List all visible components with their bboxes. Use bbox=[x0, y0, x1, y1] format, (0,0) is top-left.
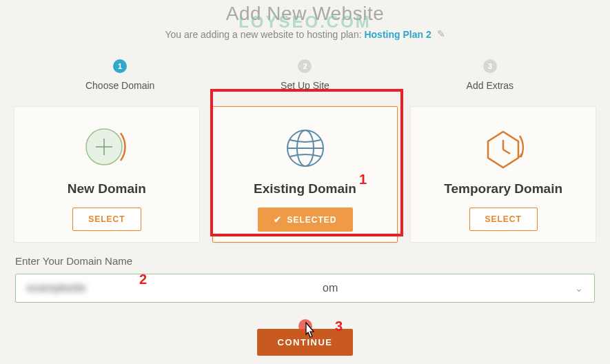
continue-button-label: CONTINUE bbox=[278, 337, 333, 347]
step-add-extras: 3 Add Extras bbox=[398, 59, 582, 91]
continue-button[interactable]: CONTINUE bbox=[257, 329, 354, 356]
domain-value-suffix: om bbox=[323, 282, 338, 294]
clock-icon bbox=[478, 125, 528, 172]
domain-selected-value: examplesite bbox=[27, 282, 85, 294]
card-existing-domain[interactable]: Existing Domain ✔ SELECTED bbox=[212, 106, 398, 243]
hosting-plan-link[interactable]: Hosting Plan 2 bbox=[364, 29, 431, 40]
plus-circle-icon bbox=[82, 125, 132, 172]
subtitle-text: You are adding a new website to hosting … bbox=[165, 29, 364, 40]
domain-select[interactable]: examplesiteom ⌄ bbox=[15, 274, 595, 303]
domain-input-label: Enter Your Domain Name bbox=[15, 255, 595, 267]
card-temporary-domain-title: Temporary Domain bbox=[444, 181, 562, 196]
step-2-label: Set Up Site bbox=[281, 80, 329, 91]
step-3-label: Add Extras bbox=[467, 80, 514, 91]
page-subtitle: You are adding a new website to hosting … bbox=[0, 29, 610, 40]
check-icon: ✔ bbox=[274, 214, 282, 225]
step-set-up-site: 2 Set Up Site bbox=[212, 59, 397, 91]
step-choose-domain: 1 Choose Domain bbox=[28, 59, 212, 91]
progress-steps: 1 Choose Domain 2 Set Up Site 3 Add Extr… bbox=[28, 59, 582, 91]
globe-icon bbox=[285, 125, 326, 172]
svg-line-8 bbox=[503, 150, 510, 154]
card-temporary-domain[interactable]: Temporary Domain SELECT bbox=[410, 106, 596, 243]
card-existing-domain-title: Existing Domain bbox=[254, 181, 356, 196]
edit-plan-icon[interactable]: ✎ bbox=[437, 28, 445, 39]
selected-button-label: SELECTED bbox=[287, 215, 337, 225]
step-1-dot: 1 bbox=[113, 59, 127, 73]
page-title: Add New Website bbox=[0, 3, 610, 25]
selected-existing-domain-button[interactable]: ✔ SELECTED bbox=[258, 208, 353, 232]
step-2-dot: 2 bbox=[298, 59, 312, 73]
card-new-domain-title: New Domain bbox=[68, 181, 146, 196]
select-new-domain-button[interactable]: SELECT bbox=[72, 208, 141, 231]
step-3-dot: 3 bbox=[483, 59, 497, 73]
card-new-domain[interactable]: New Domain SELECT bbox=[14, 106, 200, 243]
step-1-label: Choose Domain bbox=[85, 80, 154, 91]
chevron-down-icon: ⌄ bbox=[575, 283, 583, 294]
select-temporary-domain-button[interactable]: SELECT bbox=[469, 208, 538, 231]
